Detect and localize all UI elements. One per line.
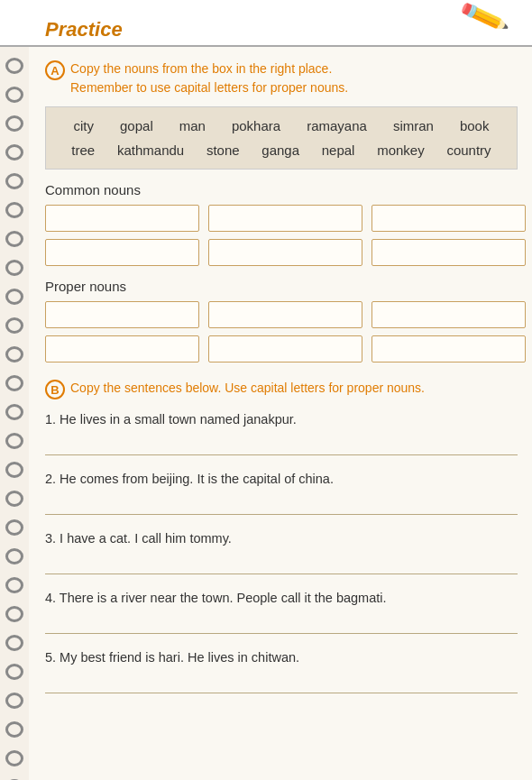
sentence-text-3: 3. I have a cat. I call him tommy. <box>45 531 518 546</box>
common-noun-input-7[interactable] <box>371 239 526 266</box>
word-row-2: tree kathmandu stone ganga nepal monkey … <box>60 141 502 160</box>
proper-noun-input-7[interactable] <box>371 335 526 362</box>
page-title: Practice <box>45 18 123 41</box>
section-b-instruction: Copy the sentences below. Use capital le… <box>70 379 425 398</box>
spiral-ring <box>5 577 23 593</box>
sentence-text-2: 2. He comes from beijing. It is the capi… <box>45 472 518 486</box>
proper-nouns-grid <box>45 301 518 362</box>
proper-nouns-row-1 <box>45 301 518 328</box>
word-pokhara: pokhara <box>228 116 284 135</box>
proper-noun-input-5[interactable] <box>45 335 199 362</box>
word-gopal: gopal <box>116 116 157 135</box>
sentence-item-3: 3. I have a cat. I call him tommy. <box>45 531 518 574</box>
common-noun-input-6[interactable] <box>208 239 362 266</box>
spiral-ring <box>5 750 23 766</box>
spiral-ring <box>5 202 23 218</box>
sentence-item-2: 2. He comes from beijing. It is the capi… <box>45 472 518 515</box>
spiral-ring <box>5 721 23 738</box>
proper-nouns-row-2 <box>45 335 518 362</box>
sentence-item-4: 4. There is a river near the town. Peopl… <box>45 591 518 634</box>
section-a-header: A Copy the nouns from the box in the rig… <box>45 60 518 97</box>
write-line-5 <box>45 672 518 693</box>
write-line-3 <box>45 553 518 574</box>
sentence-item-1: 1. He lives in a small town named janakp… <box>45 412 518 455</box>
proper-noun-input-2[interactable] <box>208 301 362 328</box>
section-b-circle: B <box>45 380 65 399</box>
word-simran: simran <box>390 116 437 135</box>
section-b-header: B Copy the sentences below. Use capital … <box>45 379 518 399</box>
word-tree: tree <box>68 141 98 160</box>
pencil-icon: ✏️ <box>458 0 509 41</box>
word-ganga: ganga <box>258 141 303 160</box>
spiral-ring <box>5 144 23 161</box>
common-nouns-row-1 <box>45 205 518 232</box>
word-row-1: city gopal man pokhara ramayana simran b… <box>60 116 502 135</box>
spiral-ring <box>5 462 23 478</box>
spiral-ring <box>5 404 23 420</box>
common-nouns-section: Common nouns <box>45 182 518 266</box>
common-nouns-label: Common nouns <box>45 182 518 197</box>
spiral-ring <box>5 519 23 536</box>
spiral-ring <box>5 375 23 391</box>
word-ramayana: ramayana <box>303 116 371 135</box>
spiral-ring <box>5 346 23 362</box>
word-man: man <box>176 116 209 135</box>
section-a-circle: A <box>45 60 65 80</box>
spiral-ring <box>5 289 23 305</box>
proper-noun-input-6[interactable] <box>208 335 362 362</box>
common-noun-input-2[interactable] <box>208 205 362 232</box>
spiral-ring <box>5 115 23 132</box>
spiral-ring <box>5 635 23 651</box>
section-a-instruction: Copy the nouns from the box in the right… <box>70 60 348 97</box>
common-noun-input-3[interactable] <box>371 205 526 232</box>
sentences-list: 1. He lives in a small town named janakp… <box>45 412 518 693</box>
write-line-4 <box>45 612 518 634</box>
common-noun-input-1[interactable] <box>45 205 199 232</box>
spiral-ring <box>5 693 23 709</box>
spiral-ring <box>5 58 23 74</box>
word-city: city <box>70 116 98 135</box>
common-nouns-grid <box>45 205 518 266</box>
common-noun-input-5[interactable] <box>45 239 199 266</box>
word-country: country <box>443 141 494 160</box>
spiral-binding <box>0 47 29 780</box>
proper-noun-input-1[interactable] <box>45 301 199 328</box>
sentence-text-5: 5. My best friend is hari. He lives in c… <box>45 650 518 665</box>
sentence-text-4: 4. There is a river near the town. Peopl… <box>45 591 518 605</box>
spiral-ring <box>5 664 23 680</box>
spiral-ring <box>5 548 23 564</box>
sentence-item-5: 5. My best friend is hari. He lives in c… <box>45 650 518 693</box>
spiral-ring <box>5 606 23 622</box>
common-nouns-row-2 <box>45 239 518 266</box>
word-box: city gopal man pokhara ramayana simran b… <box>45 106 518 170</box>
word-nepal: nepal <box>318 141 359 160</box>
proper-noun-input-3[interactable] <box>371 301 526 328</box>
word-monkey: monkey <box>373 141 428 160</box>
proper-nouns-label: Proper nouns <box>45 279 518 294</box>
main-content: A Copy the nouns from the box in the rig… <box>32 47 532 728</box>
write-line-1 <box>45 434 518 455</box>
proper-nouns-section: Proper nouns <box>45 279 518 362</box>
spiral-ring <box>5 491 23 507</box>
spiral-ring <box>5 317 23 334</box>
word-stone: stone <box>203 141 243 160</box>
write-line-2 <box>45 493 518 515</box>
spiral-ring <box>5 231 23 247</box>
spiral-ring <box>5 173 23 189</box>
spiral-ring <box>5 433 23 449</box>
spiral-ring <box>5 260 23 276</box>
word-book: book <box>456 116 493 135</box>
top-bar: Practice ✏️ <box>0 0 532 47</box>
spiral-ring <box>5 87 23 103</box>
word-kathmandu: kathmandu <box>114 141 188 160</box>
section-b: B Copy the sentences below. Use capital … <box>45 379 518 693</box>
sentence-text-1: 1. He lives in a small town named janakp… <box>45 412 518 427</box>
